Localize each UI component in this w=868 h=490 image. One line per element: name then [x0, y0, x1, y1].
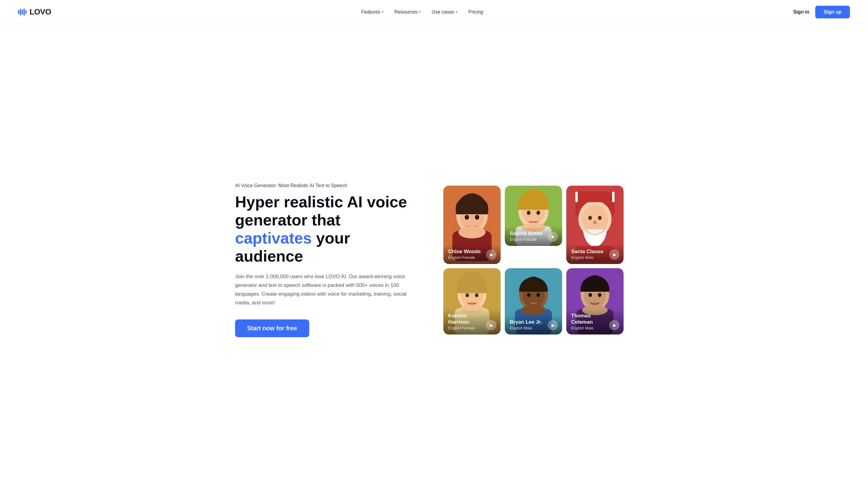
svg-point-9	[536, 211, 540, 215]
play-icon: ▶	[552, 234, 555, 239]
play-icon: ▶	[490, 252, 493, 257]
cta-button[interactable]: Start now for free	[235, 319, 309, 337]
play-icon: ▶	[613, 323, 616, 328]
nav-usecases[interactable]: Use cases ▾	[432, 9, 458, 15]
voice-name: Sophia Butler	[510, 231, 543, 237]
chevron-down-icon: ▾	[419, 10, 421, 14]
hero-title: Hyper realistic AI voice generator that …	[235, 193, 410, 265]
navbar: LOVO Features ▾ Resources ▾ Use cases ▾ …	[0, 0, 868, 24]
svg-point-2	[465, 215, 469, 220]
play-button[interactable]: ▶	[609, 249, 619, 260]
play-icon: ▶	[490, 323, 493, 328]
hero-left: AI Voice Generator: Most Realistic AI Te…	[235, 183, 410, 337]
svg-point-38	[598, 293, 601, 297]
svg-point-16	[588, 216, 592, 220]
voice-lang: English Female	[448, 255, 481, 260]
svg-point-34	[521, 305, 546, 315]
play-button[interactable]: ▶	[609, 320, 619, 330]
svg-point-8	[527, 211, 530, 215]
voice-card[interactable]: Chloe Woods English Female ▶	[443, 186, 501, 264]
voice-card[interactable]: Santa Clause English Male ▶	[566, 186, 624, 264]
svg-point-17	[598, 216, 601, 220]
svg-point-32	[536, 293, 540, 297]
nav-resources[interactable]: Resources ▾	[395, 9, 421, 15]
logo-icon	[18, 8, 27, 16]
svg-point-26	[475, 293, 478, 297]
voice-lang: English Male	[571, 326, 609, 330]
voice-name: Bryan Lee Jr.	[510, 319, 542, 325]
voice-grid: Chloe Woods English Female ▶ Sophia	[443, 186, 624, 335]
hero-title-part1: Hyper realistic AI voice generator that	[235, 193, 407, 229]
logo[interactable]: LOVO	[18, 7, 51, 17]
svg-point-31	[527, 293, 530, 297]
hero-right: Chloe Woods English Female ▶ Sophia	[434, 186, 633, 335]
svg-point-18	[593, 221, 597, 224]
voice-name: Katelyn Harrison	[448, 313, 486, 325]
hero-title-accent: captivates	[235, 229, 312, 247]
nav-links: Features ▾ Resources ▾ Use cases ▾ Prici…	[361, 9, 483, 15]
svg-point-25	[466, 293, 469, 297]
voice-name: Chloe Woods	[448, 249, 481, 255]
voice-lang: English Female	[448, 326, 486, 330]
play-button[interactable]: ▶	[548, 232, 558, 242]
nav-actions: Sign in Sign up	[793, 6, 850, 19]
voice-card[interactable]: Sophia Butler English Female ▶	[505, 186, 562, 246]
nav-pricing[interactable]: Pricing	[468, 9, 483, 15]
svg-rect-20	[578, 192, 612, 202]
voice-name: Thomas Coleman	[571, 313, 609, 325]
chevron-down-icon: ▾	[456, 10, 458, 14]
signup-button[interactable]: Sign up	[815, 6, 850, 19]
svg-point-37	[589, 293, 592, 297]
voice-lang: English Female	[510, 237, 543, 242]
voice-card[interactable]: Bryan Lee Jr. English Male ▶	[505, 268, 562, 335]
voice-lang: English Male	[571, 255, 603, 260]
play-button[interactable]: ▶	[486, 249, 496, 260]
nav-features[interactable]: Features ▾	[361, 9, 384, 15]
play-icon: ▶	[613, 252, 616, 257]
play-button[interactable]: ▶	[548, 320, 558, 330]
play-icon: ▶	[552, 323, 555, 328]
voice-card[interactable]: Katelyn Harrison English Female ▶	[443, 268, 501, 335]
svg-rect-22	[612, 192, 615, 202]
svg-point-3	[475, 215, 479, 220]
hero-section: AI Voice Generator: Most Realistic AI Te…	[217, 24, 651, 490]
svg-point-5	[458, 226, 486, 238]
voice-name: Santa Clause	[571, 249, 603, 255]
hero-subtitle: AI Voice Generator: Most Realistic AI Te…	[235, 183, 410, 188]
play-button[interactable]: ▶	[486, 320, 496, 330]
logo-text: LOVO	[30, 7, 51, 17]
voice-card[interactable]: Thomas Coleman English Male ▶	[566, 268, 624, 335]
chevron-down-icon: ▾	[382, 10, 384, 14]
voice-lang: English Male	[510, 326, 542, 330]
svg-rect-21	[575, 192, 578, 202]
signin-button[interactable]: Sign in	[793, 9, 809, 15]
hero-description: Join the over 2,000,000 users who love L…	[235, 272, 410, 307]
